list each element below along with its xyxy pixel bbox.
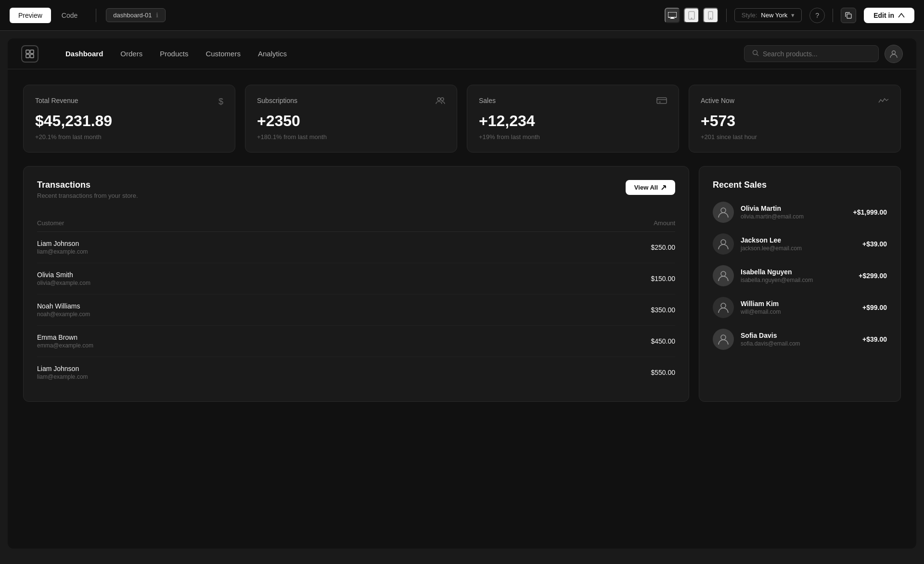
tablet-icon[interactable] <box>684 8 699 23</box>
bottom-row: Transactions Recent transactions from yo… <box>23 166 901 402</box>
sale-amount: +$299.00 <box>859 272 887 280</box>
svg-rect-10 <box>26 54 29 58</box>
svg-rect-7 <box>847 14 851 18</box>
sale-info: Jackson Lee jackson.lee@email.com <box>741 236 856 252</box>
transaction-customer-name: Olivia Smith <box>37 271 482 279</box>
credit-card-icon <box>656 97 667 107</box>
recent-sales-title: Recent Sales <box>713 180 887 190</box>
activity-icon <box>878 97 889 107</box>
sale-item: Isabella Nguyen isabella.nguyen@email.co… <box>713 265 887 286</box>
stats-row: Total Revenue $ $45,231.89 +20.1% from l… <box>23 85 901 153</box>
stat-card-sub-header: Subscriptions <box>257 97 445 107</box>
svg-rect-2 <box>670 18 675 19</box>
nav-item-customers[interactable]: Customers <box>198 46 248 62</box>
main-wrapper: Dashboard Orders Products Customers Anal… <box>8 38 916 549</box>
transactions-table: Customer Amount Liam Johnson liam@exampl… <box>37 215 675 388</box>
transactions-title-group: Transactions Recent transactions from yo… <box>37 180 138 213</box>
stat-card-subscriptions: Subscriptions +2350 +180.1% from last mo… <box>245 85 457 153</box>
stat-card-sub-value: +2350 <box>257 113 445 129</box>
stat-card-active-title: Active Now <box>701 97 734 104</box>
transaction-amount: $250.00 <box>482 232 675 263</box>
edit-in-button[interactable]: Edit in <box>864 8 914 23</box>
transactions-header: Transactions Recent transactions from yo… <box>37 180 675 213</box>
sale-email: will@email.com <box>741 308 856 315</box>
svg-point-24 <box>721 335 726 340</box>
sale-avatar <box>713 202 734 223</box>
stat-card-sales-sub: +19% from last month <box>479 133 667 141</box>
stat-card-revenue-value: $45,231.89 <box>35 113 223 129</box>
sale-name: Sofia Davis <box>741 332 856 339</box>
sale-item: Olivia Martin olivia.martin@email.com +$… <box>713 202 887 223</box>
copy-button[interactable] <box>841 8 856 23</box>
view-all-button[interactable]: View All <box>626 180 675 195</box>
table-row: Liam Johnson liam@example.com $550.00 <box>37 357 675 388</box>
nav-item-products[interactable]: Products <box>152 46 196 62</box>
code-tab[interactable]: Code <box>53 8 86 23</box>
style-label-text: Style: <box>742 12 757 19</box>
stat-card-sales-header: Sales <box>479 97 667 107</box>
style-selector[interactable]: Style: New York ▾ <box>734 8 802 22</box>
desktop-icon[interactable] <box>665 8 680 23</box>
sale-amount: +$99.00 <box>862 304 887 311</box>
transaction-amount: $450.00 <box>482 326 675 357</box>
svg-point-6 <box>710 18 711 19</box>
nav-item-dashboard[interactable]: Dashboard <box>58 46 111 62</box>
table-row: Emma Brown emma@example.com $450.00 <box>37 326 675 357</box>
search-input[interactable] <box>763 50 871 58</box>
sale-email: jackson.lee@email.com <box>741 245 856 252</box>
sale-item: Sofia Davis sofia.davis@email.com +$39.0… <box>713 329 887 350</box>
toolbar-divider-1 <box>96 9 96 22</box>
svg-point-23 <box>721 303 726 308</box>
stat-card-revenue-header: Total Revenue $ <box>35 97 223 107</box>
svg-rect-1 <box>671 17 674 18</box>
sale-info: Isabella Nguyen isabella.nguyen@email.co… <box>741 268 852 283</box>
nav-logo <box>21 45 38 63</box>
help-button[interactable]: ? <box>809 8 825 23</box>
stat-card-sales-title: Sales <box>479 97 496 104</box>
sale-info: Sofia Davis sofia.davis@email.com <box>741 332 856 347</box>
preview-tab[interactable]: Preview <box>10 8 51 23</box>
transaction-customer-name: Liam Johnson <box>37 240 482 247</box>
transactions-subtitle: Recent transactions from your store. <box>37 192 138 199</box>
transaction-customer-name: Liam Johnson <box>37 365 482 372</box>
toolbar-sep-1 <box>726 9 727 22</box>
sale-info: Olivia Martin olivia.martin@email.com <box>741 205 847 220</box>
svg-point-22 <box>721 271 726 276</box>
transactions-thead: Customer Amount <box>37 215 675 232</box>
nav-bar: Dashboard Orders Products Customers Anal… <box>8 38 916 69</box>
table-row: Olivia Smith olivia@example.com $150.00 <box>37 263 675 295</box>
sale-avatar <box>713 297 734 318</box>
transaction-customer-email: liam@example.com <box>37 373 482 380</box>
user-avatar-button[interactable] <box>885 45 903 63</box>
stat-card-active-sub: +201 since last hour <box>701 133 889 141</box>
stat-card-revenue-sub: +20.1% from last month <box>35 133 223 141</box>
dashboard-content: Total Revenue $ $45,231.89 +20.1% from l… <box>8 69 916 417</box>
dashboard-name-text: dashboard-01 <box>113 12 152 19</box>
transaction-customer-name: Emma Brown <box>37 333 482 341</box>
sale-item: Jackson Lee jackson.lee@email.com +$39.0… <box>713 233 887 255</box>
svg-line-13 <box>757 54 759 56</box>
dollar-icon: $ <box>218 97 223 107</box>
sale-email: isabella.nguyen@email.com <box>741 277 852 283</box>
recent-sales-list: Olivia Martin olivia.martin@email.com +$… <box>713 202 887 350</box>
style-value-text: New York <box>761 12 787 19</box>
mobile-icon[interactable] <box>703 8 719 23</box>
svg-rect-8 <box>26 50 29 53</box>
transactions-card: Transactions Recent transactions from yo… <box>23 166 689 402</box>
search-box[interactable] <box>744 45 879 62</box>
sale-name: Olivia Martin <box>741 205 847 212</box>
sale-info: William Kim will@email.com <box>741 300 856 315</box>
nav-item-analytics[interactable]: Analytics <box>250 46 295 62</box>
stat-card-sales: Sales +12,234 +19% from last month <box>467 85 679 153</box>
sale-name: William Kim <box>741 300 856 308</box>
stat-card-revenue: Total Revenue $ $45,231.89 +20.1% from l… <box>23 85 235 153</box>
sale-name: Isabella Nguyen <box>741 268 852 276</box>
nav-items: Dashboard Orders Products Customers Anal… <box>58 46 295 62</box>
sale-avatar <box>713 265 734 286</box>
sale-amount: +$39.00 <box>862 335 887 343</box>
sale-email: olivia.martin@email.com <box>741 213 847 220</box>
nav-item-orders[interactable]: Orders <box>113 46 150 62</box>
sale-amount: +$39.00 <box>862 240 887 248</box>
transaction-customer-email: noah@example.com <box>37 311 482 318</box>
sale-name: Jackson Lee <box>741 236 856 244</box>
